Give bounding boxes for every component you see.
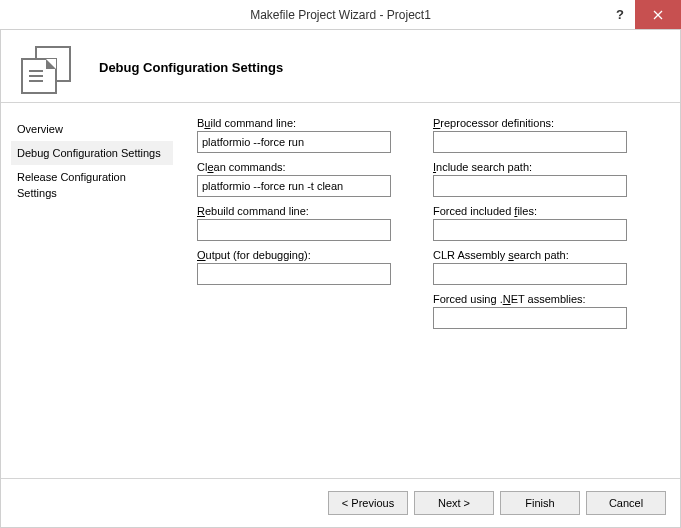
settings-panel: Build command line: Clean commands: Rebu… [179,103,680,478]
next-button[interactable]: Next > [414,491,494,515]
include-path-input[interactable] [433,175,627,197]
wizard-icon [21,46,71,94]
sidebar-item-debug-config[interactable]: Debug Configuration Settings [11,141,173,165]
forced-net-input[interactable] [433,307,627,329]
preprocessor-input[interactable] [433,131,627,153]
output-input[interactable] [197,263,391,285]
close-button[interactable] [635,0,681,29]
forced-included-label: Forced included files: [433,205,627,217]
forced-included-input[interactable] [433,219,627,241]
build-command-input[interactable] [197,131,391,153]
build-command-label: Build command line: [197,117,391,129]
rebuild-command-label: Rebuild command line: [197,205,391,217]
previous-button[interactable]: < Previous [328,491,408,515]
titlebar: Makefile Project Wizard - Project1 ? [0,0,681,30]
wizard-header: Debug Configuration Settings [1,30,680,103]
close-icon [653,10,663,20]
output-label: Output (for debugging): [197,249,391,261]
page-title: Debug Configuration Settings [99,60,283,75]
rebuild-command-input[interactable] [197,219,391,241]
include-path-label: Include search path: [433,161,627,173]
help-button[interactable]: ? [605,0,635,29]
clr-path-label: CLR Assembly search path: [433,249,627,261]
cancel-button[interactable]: Cancel [586,491,666,515]
window-title: Makefile Project Wizard - Project1 [250,8,431,22]
sidebar-item-overview[interactable]: Overview [11,117,173,141]
clean-commands-input[interactable] [197,175,391,197]
sidebar-item-release-config[interactable]: Release Configuration Settings [11,165,173,205]
wizard-footer: < Previous Next > Finish Cancel [1,478,680,527]
clr-path-input[interactable] [433,263,627,285]
finish-button[interactable]: Finish [500,491,580,515]
wizard-sidebar: Overview Debug Configuration Settings Re… [1,103,179,478]
clean-commands-label: Clean commands: [197,161,391,173]
forced-net-label: Forced using .NET assemblies: [433,293,627,305]
preprocessor-label: Preprocessor definitions: [433,117,627,129]
